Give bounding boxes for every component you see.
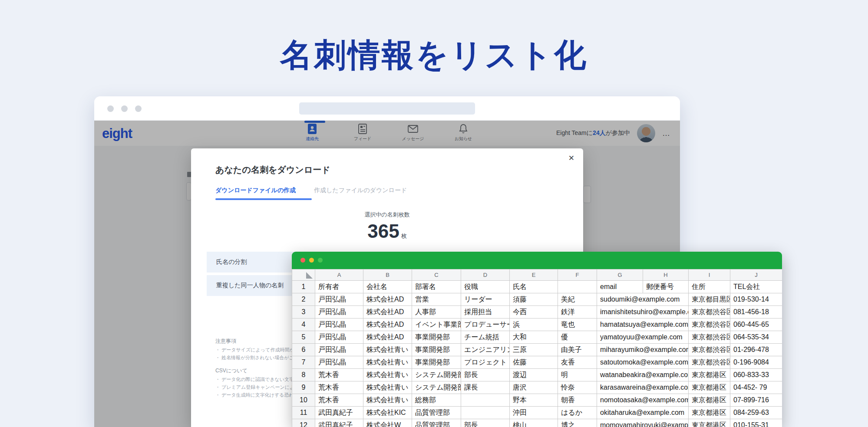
sheet-cell[interactable]: hamatatsuya@example.com (597, 319, 689, 331)
minimize-window-icon[interactable] (309, 258, 314, 263)
sheet-cell[interactable]: nomotoasaka@example.com (597, 394, 689, 407)
sheet-cell[interactable]: プロジェクト (461, 356, 510, 369)
row-header[interactable]: 12 (292, 419, 315, 427)
sheet-cell[interactable]: 株式会社AD (363, 331, 412, 344)
sheet-cell[interactable]: 採用担当 (461, 306, 510, 319)
sheet-cell[interactable]: システム開発部 (412, 381, 461, 394)
sheet-cell[interactable]: 戸田弘晶 (315, 319, 363, 331)
sheet-cell[interactable]: 朝香 (558, 394, 597, 407)
column-header-B[interactable]: B (363, 269, 412, 281)
row-header[interactable]: 1 (292, 281, 315, 293)
row-header[interactable]: 6 (292, 344, 315, 356)
sheet-cell[interactable]: 060-833-33 (730, 369, 782, 381)
sheet-cell[interactable]: 鉄洋 (558, 306, 597, 319)
sheet-cell[interactable]: 武田真紀子 (315, 419, 363, 427)
sheet-cell[interactable]: エンジニアリング (461, 344, 510, 356)
sheet-cell[interactable]: 友香 (558, 356, 597, 369)
sheet-cell[interactable]: 唐沢 (510, 381, 558, 394)
column-header-E[interactable]: E (510, 269, 558, 281)
sheet-cell[interactable]: 総務部 (412, 394, 461, 407)
sheet-cell[interactable] (461, 394, 510, 407)
sheet-cell[interactable]: 品質管理部 (412, 407, 461, 419)
sheet-cell[interactable]: 住所 (689, 281, 730, 293)
sheet-cell[interactable]: 氏名 (510, 281, 558, 293)
sheet-cell[interactable]: 東京都渋谷区 (689, 344, 730, 356)
sheet-cell[interactable]: 060-445-65 (730, 319, 782, 331)
sheet-cell[interactable]: 株式会社青い (363, 356, 412, 369)
sheet-cell[interactable]: 東京都目黒区 (689, 293, 730, 306)
sheet-cell[interactable]: はるか (558, 407, 597, 419)
sheet-cell[interactable]: 戸田弘晶 (315, 344, 363, 356)
row-header[interactable]: 4 (292, 319, 315, 331)
sheet-cell[interactable]: 大和 (510, 331, 558, 344)
sheet-cell[interactable]: 佐藤 (510, 356, 558, 369)
tab-create-download-file[interactable]: ダウンロードファイルの作成 (215, 187, 296, 200)
column-header-I[interactable]: I (689, 269, 730, 281)
sheet-cell[interactable]: TEL会社 (730, 281, 782, 293)
sheet-cell[interactable]: 01-296-478 (730, 344, 782, 356)
sheet-cell[interactable]: 今西 (510, 306, 558, 319)
sheet-cell[interactable]: 野本 (510, 394, 558, 407)
sheet-cell[interactable]: 東京都港区 (689, 381, 730, 394)
row-header[interactable]: 9 (292, 381, 315, 394)
sheet-cell[interactable]: 事業開発部 (412, 344, 461, 356)
sheet-cell[interactable]: 須藤 (510, 293, 558, 306)
sheet-cell[interactable]: 由美子 (558, 344, 597, 356)
sheet-cell[interactable]: 株式会社W (363, 419, 412, 427)
row-header[interactable]: 10 (292, 394, 315, 407)
sheet-cell[interactable]: momoyamahiroyuki@example.com (597, 419, 689, 427)
sheet-cell[interactable]: 品質管理部 (412, 419, 461, 427)
row-header[interactable]: 11 (292, 407, 315, 419)
column-header-D[interactable]: D (461, 269, 510, 281)
sheet-cell[interactable]: satoutomoka@example.com (597, 356, 689, 369)
sheet-cell[interactable]: 0-196-9084 (730, 356, 782, 369)
sheet-cell[interactable]: イベント事業部 (412, 319, 461, 331)
sheet-cell[interactable]: 株式会社青い (363, 381, 412, 394)
sheet-cell[interactable]: 明 (558, 369, 597, 381)
sheet-cell[interactable]: 019-530-14 (730, 293, 782, 306)
sheet-cell[interactable]: 怜奈 (558, 381, 597, 394)
sheet-cell[interactable]: 東京都渋谷区 (689, 319, 730, 331)
sheet-cell[interactable]: 渡辺 (510, 369, 558, 381)
row-header[interactable]: 7 (292, 356, 315, 369)
sheet-cell[interactable]: 美紀 (558, 293, 597, 306)
sheet-cell[interactable]: 三原 (510, 344, 558, 356)
sheet-cell[interactable]: yamatoyuu@example.com (597, 331, 689, 344)
sheet-cell[interactable]: システム開発部 (412, 369, 461, 381)
sheet-cell[interactable]: 武田真紀子 (315, 407, 363, 419)
sheet-cell[interactable]: watanabeakira@example.com (597, 369, 689, 381)
sheet-cell[interactable]: 010-155-31 (730, 419, 782, 427)
sheet-cell[interactable]: 課長 (461, 381, 510, 394)
sheet-cell[interactable]: okitaharuka@example.com (597, 407, 689, 419)
column-header-A[interactable]: A (315, 269, 363, 281)
sheet-cell[interactable]: 東京都港区 (689, 369, 730, 381)
sheet-cell[interactable]: 事業開発部 (412, 331, 461, 344)
sheet-cell[interactable]: チーム統括 (461, 331, 510, 344)
sheet-cell[interactable]: 戸田弘晶 (315, 306, 363, 319)
row-header[interactable]: 5 (292, 331, 315, 344)
sheet-cell[interactable]: 人事部 (412, 306, 461, 319)
zoom-window-icon[interactable] (318, 258, 323, 263)
column-header-F[interactable]: F (558, 269, 597, 281)
sheet-cell[interactable]: 事業開発部 (412, 356, 461, 369)
sheet-cell[interactable]: 戸田弘晶 (315, 331, 363, 344)
row-header[interactable]: 2 (292, 293, 315, 306)
sheet-cell[interactable]: imanishitetsuhiro@example.com (597, 306, 689, 319)
sheet-cell[interactable] (558, 281, 597, 293)
sheet-cell[interactable]: 064-535-34 (730, 331, 782, 344)
sheet-cell[interactable]: 東京都渋谷区 (689, 356, 730, 369)
sheet-cell[interactable]: 会社名 (363, 281, 412, 293)
sheet-cell[interactable]: 荒木香 (315, 394, 363, 407)
address-bar[interactable] (299, 102, 475, 115)
window-control-icon[interactable] (135, 105, 142, 112)
sheet-cell[interactable]: プロデューサー (461, 319, 510, 331)
sheet-cell[interactable]: 株式会社青い (363, 394, 412, 407)
sheet-cell[interactable]: 役職 (461, 281, 510, 293)
sheet-cell[interactable]: 部長 (461, 369, 510, 381)
sheet-cell[interactable]: 戸田弘晶 (315, 293, 363, 306)
sheet-cell[interactable]: 東京都港区 (689, 394, 730, 407)
sheet-cell[interactable]: 株式会社青い (363, 344, 412, 356)
window-control-icon[interactable] (107, 105, 114, 112)
column-header-H[interactable]: H (643, 269, 689, 281)
sheet-cell[interactable]: 戸田弘晶 (315, 356, 363, 369)
